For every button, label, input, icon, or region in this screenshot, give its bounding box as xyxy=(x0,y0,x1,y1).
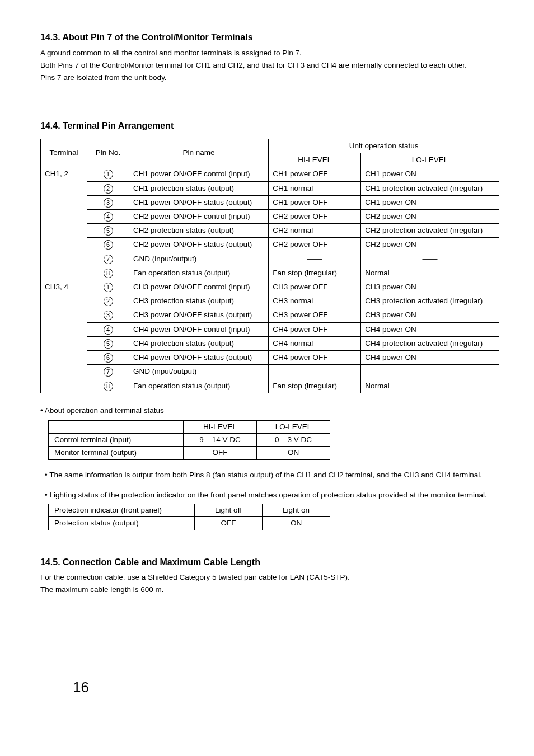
th-pinname: Pin name xyxy=(129,139,269,167)
s3-p1: For the connection cable, use a Shielded… xyxy=(40,572,499,583)
pin-lo: CH4 power ON xyxy=(361,322,499,336)
table-row: 8 Fan operation status (output) Fan stop… xyxy=(41,266,499,280)
protection-indicator-table: Protection indicator (front panel) Light… xyxy=(48,504,330,530)
pin-number: 3 xyxy=(87,308,129,322)
pin-hi: CH3 power OFF xyxy=(269,308,361,322)
section-14-4-heading: 14.4. Terminal Pin Arrangement xyxy=(40,120,499,132)
pin-number: 4 xyxy=(87,209,129,223)
pin-number: 2 xyxy=(87,294,129,308)
pin-name: GND (input/output) xyxy=(129,365,269,379)
pin-lo: Normal xyxy=(361,266,499,280)
circled-number-icon: 2 xyxy=(104,297,113,306)
table-row: 3 CH1 power ON/OFF status (output) CH1 p… xyxy=(41,195,499,209)
pin-hi: CH4 power OFF xyxy=(269,351,361,365)
pin-number: 1 xyxy=(87,167,129,181)
th-hi: HI-LEVEL xyxy=(184,421,257,434)
table-row: 6 CH4 power ON/OFF status (output) CH4 p… xyxy=(41,351,499,365)
pin-number: 5 xyxy=(87,336,129,350)
th-hi: HI-LEVEL xyxy=(269,153,361,167)
circled-number-icon: 3 xyxy=(104,198,113,208)
group-ch12: CH1, 2 xyxy=(41,167,87,280)
table-row: 7 GND (input/output) —— —— xyxy=(41,365,499,379)
table-row: 4 CH2 power ON/OFF control (input) CH2 p… xyxy=(41,209,499,223)
circled-number-icon: 6 xyxy=(104,240,113,250)
circled-number-icon: 8 xyxy=(104,382,113,391)
table-row: 5 CH4 protection status (output) CH4 nor… xyxy=(41,336,499,350)
pin-hi: CH4 power OFF xyxy=(269,322,361,336)
table-row: 7 GND (input/output) —— —— xyxy=(41,252,499,266)
pin-hi: Fan stop (irregular) xyxy=(269,379,361,393)
s1-p3: Pins 7 are isolated from the unit body. xyxy=(40,73,499,83)
circled-number-icon: 4 xyxy=(104,325,113,335)
pin-lo: CH3 power ON xyxy=(361,308,499,322)
th-blank xyxy=(49,421,184,434)
group-ch34: CH3, 4 xyxy=(41,280,87,393)
pin-number: 5 xyxy=(87,224,129,238)
table-row: Monitor terminal (output) OFF ON xyxy=(49,447,330,459)
pin-name: CH1 protection status (output) xyxy=(129,181,269,195)
row-b: OFF xyxy=(195,517,263,530)
circled-number-icon: 5 xyxy=(104,226,113,236)
pin-name: CH2 power ON/OFF control (input) xyxy=(129,209,269,223)
pin-hi: —— xyxy=(269,365,361,379)
s1-p2: Both Pins 7 of the Control/Monitor termi… xyxy=(40,60,499,71)
pin-name: CH3 protection status (output) xyxy=(129,294,269,308)
pin-lo: CH4 protection activated (irregular) xyxy=(361,336,499,350)
pin-hi: CH1 power OFF xyxy=(269,167,361,181)
pin-number: 1 xyxy=(87,280,129,294)
table-row: 6 CH2 power ON/OFF status (output) CH2 p… xyxy=(41,238,499,252)
table-row: Protection indicator (front panel) Light… xyxy=(49,504,330,517)
th-lo: LO-LEVEL xyxy=(361,153,499,167)
lighting-status-note: Lighting status of the protection indica… xyxy=(40,490,499,500)
pin-name: CH3 power ON/OFF status (output) xyxy=(129,308,269,322)
pin-lo: CH2 power ON xyxy=(361,209,499,223)
th-pinno: Pin No. xyxy=(87,139,129,167)
row-lo: 0 – 3 V DC xyxy=(257,434,330,447)
pin-lo: CH1 protection activated (irregular) xyxy=(361,181,499,195)
pin-number: 7 xyxy=(87,365,129,379)
pin-hi: CH2 normal xyxy=(269,224,361,238)
pin-name: Fan operation status (output) xyxy=(129,379,269,393)
table-row: CH3, 4 1 CH3 power ON/OFF control (input… xyxy=(41,280,499,294)
pin-number: 6 xyxy=(87,238,129,252)
circled-number-icon: 2 xyxy=(104,184,113,194)
s1-p1: A ground common to all the control and m… xyxy=(40,48,499,58)
row-c: ON xyxy=(263,517,330,530)
pin-number: 7 xyxy=(87,252,129,266)
pin-number: 4 xyxy=(87,322,129,336)
pin-lo: CH3 protection activated (irregular) xyxy=(361,294,499,308)
pin-hi: CH2 power OFF xyxy=(269,238,361,252)
th-lo: LO-LEVEL xyxy=(257,421,330,434)
pin-hi: CH3 normal xyxy=(269,294,361,308)
pin-number: 8 xyxy=(87,379,129,393)
th-b: Light off xyxy=(195,504,263,517)
section-14-3-heading: 14.3. About Pin 7 of the Control/Monitor… xyxy=(40,31,499,44)
pin-lo: CH2 power ON xyxy=(361,238,499,252)
th-c: Light on xyxy=(263,504,330,517)
pins8-note: The same information is output from both… xyxy=(40,470,499,480)
table-row: Control terminal (input) 9 – 14 V DC 0 –… xyxy=(49,434,330,447)
pin-lo: —— xyxy=(361,252,499,266)
pin-number: 6 xyxy=(87,351,129,365)
table-row: CH1, 2 1 CH1 power ON/OFF control (input… xyxy=(41,167,499,181)
pin-name: GND (input/output) xyxy=(129,252,269,266)
pin-hi: CH1 power OFF xyxy=(269,195,361,209)
s3-p2: The maximum cable length is 600 m. xyxy=(40,585,499,595)
pin-hi: CH3 power OFF xyxy=(269,280,361,294)
pin-lo: CH4 power ON xyxy=(361,351,499,365)
pin-lo: CH3 power ON xyxy=(361,280,499,294)
pin-hi: CH4 normal xyxy=(269,336,361,350)
pin-hi: CH1 normal xyxy=(269,181,361,195)
page-number: 16 xyxy=(73,678,89,697)
pin-name: CH4 protection status (output) xyxy=(129,336,269,350)
pin-lo: CH1 power ON xyxy=(361,195,499,209)
table-row: 2 CH1 protection status (output) CH1 nor… xyxy=(41,181,499,195)
row-hi: 9 – 14 V DC xyxy=(184,434,257,447)
circled-number-icon: 7 xyxy=(104,367,113,377)
pin-lo: —— xyxy=(361,365,499,379)
operation-status-table: HI-LEVEL LO-LEVEL Control terminal (inpu… xyxy=(48,420,330,460)
table-row: 3 CH3 power ON/OFF status (output) CH3 p… xyxy=(41,308,499,322)
pin-lo: CH2 protection activated (irregular) xyxy=(361,224,499,238)
pin-name: CH2 protection status (output) xyxy=(129,224,269,238)
pin-hi: Fan stop (irregular) xyxy=(269,266,361,280)
